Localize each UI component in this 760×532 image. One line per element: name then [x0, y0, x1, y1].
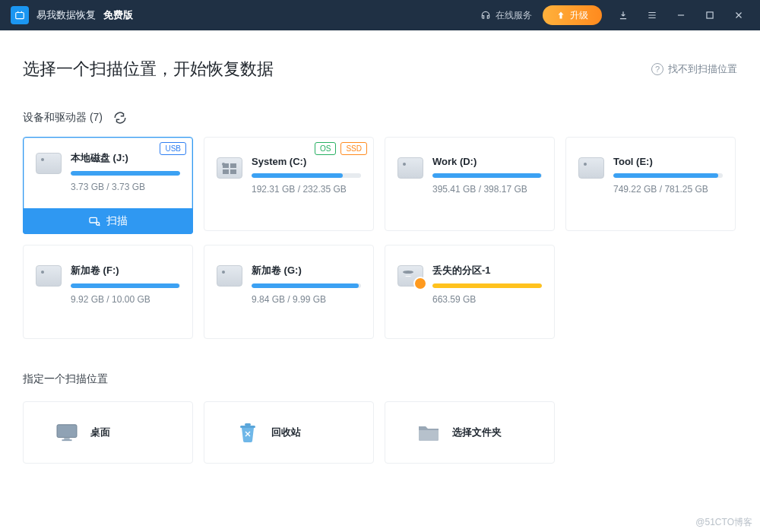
- location-grid: 桌面回收站选择文件夹: [23, 401, 737, 464]
- drive-card[interactable]: 新加卷 (F:)9.92 GB / 10.00 GB: [23, 245, 193, 339]
- drive-capacity: 3.73 GB / 3.73 GB: [71, 182, 180, 192]
- online-service-label: 在线服务: [496, 9, 532, 22]
- app-name: 易我数据恢复: [36, 8, 96, 22]
- svg-rect-0: [16, 13, 24, 19]
- capacity-bar: [71, 171, 180, 176]
- svg-point-3: [97, 222, 100, 225]
- scan-button[interactable]: 扫描: [23, 208, 193, 234]
- maximize-icon[interactable]: [704, 9, 716, 21]
- app-edition: 免费版: [103, 8, 133, 22]
- location-label: 选择文件夹: [452, 426, 502, 439]
- drive-capacity: 395.41 GB / 398.17 GB: [432, 184, 542, 195]
- scan-icon: [88, 215, 100, 227]
- online-service-button[interactable]: 在线服务: [480, 9, 532, 22]
- svg-rect-9: [245, 423, 251, 426]
- drive-grid: USB本地磁盘 (J:)3.73 GB / 3.73 GB扫描OSSSDSyst…: [23, 137, 737, 339]
- ssd-tag: SSD: [340, 142, 367, 155]
- svg-rect-1: [707, 12, 713, 18]
- headset-icon: [480, 10, 491, 21]
- os-tag: OS: [315, 142, 336, 155]
- upgrade-arrow-icon: [556, 11, 565, 20]
- svg-rect-2: [90, 217, 97, 223]
- drive-card[interactable]: OSSSDSystem (C:)192.31 GB / 232.35 GB: [204, 137, 374, 231]
- svg-rect-6: [64, 438, 69, 439]
- recycle-icon: [236, 423, 259, 442]
- content: 选择一个扫描位置，开始恢复数据 ? 找不到扫描位置 设备和驱动器 (7) USB…: [0, 30, 760, 532]
- drive-name: System (C:): [252, 156, 361, 167]
- location-label: 桌面: [90, 426, 110, 439]
- location-desktop[interactable]: 桌面: [23, 401, 193, 464]
- disk-icon: [217, 157, 242, 179]
- capacity-bar: [71, 283, 180, 288]
- question-icon: ?: [651, 63, 663, 75]
- disk-icon: [578, 157, 604, 179]
- svg-rect-4: [57, 425, 77, 438]
- usb-tag: USB: [160, 142, 186, 155]
- download-icon[interactable]: [617, 9, 629, 21]
- drive-capacity: 192.31 GB / 232.35 GB: [252, 184, 361, 195]
- drive-name: 新加卷 (F:): [71, 264, 180, 277]
- folder-icon: [417, 423, 440, 442]
- location-label: 回收站: [271, 426, 301, 439]
- capacity-bar: [252, 173, 361, 178]
- drive-capacity: 663.59 GB: [432, 294, 542, 305]
- drive-name: Work (D:): [432, 156, 542, 167]
- disk-icon: [217, 265, 242, 287]
- refresh-icon[interactable]: [113, 111, 127, 125]
- location-recycle[interactable]: 回收站: [204, 401, 374, 464]
- watermark: @51CTO博客: [695, 516, 752, 529]
- capacity-bar: [252, 283, 361, 288]
- titlebar: 易我数据恢复 免费版 在线服务 升级: [0, 0, 760, 30]
- help-link[interactable]: ? 找不到扫描位置: [651, 62, 737, 76]
- drive-name: 丢失的分区-1: [432, 264, 542, 277]
- desktop-icon: [55, 423, 78, 442]
- svg-rect-7: [62, 439, 72, 441]
- specify-section-title: 指定一个扫描位置: [23, 372, 737, 386]
- page-title: 选择一个扫描位置，开始恢复数据: [23, 58, 274, 81]
- drive-card[interactable]: Work (D:)395.41 GB / 398.17 GB: [385, 137, 555, 231]
- drive-card[interactable]: 新加卷 (G:)9.84 GB / 9.99 GB: [204, 245, 374, 339]
- minimize-icon[interactable]: [675, 9, 687, 21]
- capacity-bar: [432, 173, 542, 178]
- svg-rect-8: [240, 426, 255, 428]
- capacity-bar: [432, 283, 542, 288]
- drive-name: 新加卷 (G:): [252, 264, 361, 277]
- menu-icon[interactable]: [646, 9, 658, 21]
- capacity-bar: [613, 173, 723, 178]
- drive-capacity: 9.92 GB / 10.00 GB: [71, 294, 180, 305]
- upgrade-label: 升级: [570, 9, 588, 22]
- disk-icon: [397, 265, 423, 287]
- help-label: 找不到扫描位置: [668, 62, 737, 76]
- drive-capacity: 9.84 GB / 9.99 GB: [252, 294, 361, 305]
- upgrade-button[interactable]: 升级: [543, 5, 602, 25]
- close-icon[interactable]: [733, 9, 745, 21]
- drive-card[interactable]: 丢失的分区-1663.59 GB: [385, 245, 555, 339]
- disk-icon: [397, 157, 423, 179]
- drive-card[interactable]: Tool (E:)749.22 GB / 781.25 GB: [565, 137, 736, 231]
- devices-section-title: 设备和驱动器 (7): [23, 111, 737, 125]
- disk-icon: [36, 153, 62, 174]
- app-logo: [11, 6, 29, 24]
- disk-icon: [36, 265, 62, 287]
- drive-card[interactable]: USB本地磁盘 (J:)3.73 GB / 3.73 GB扫描: [23, 137, 193, 234]
- drive-name: Tool (E:): [613, 156, 723, 167]
- drive-capacity: 749.22 GB / 781.25 GB: [613, 184, 723, 195]
- location-folder[interactable]: 选择文件夹: [385, 401, 555, 464]
